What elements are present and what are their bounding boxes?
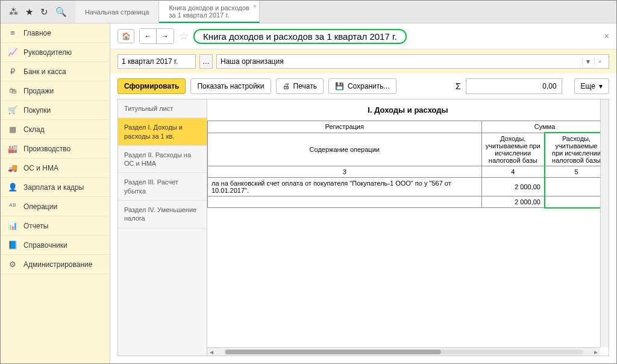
sidebar-item-label: Банк и касса xyxy=(23,67,66,76)
sidebar-item-label: Справочники xyxy=(23,241,67,249)
cart-icon: 🛒 xyxy=(8,105,17,115)
history-icon[interactable]: ↻ xyxy=(40,7,48,17)
table-row: ла на банковский счет оплата от покупате… xyxy=(208,178,609,196)
col-num-5: 5 xyxy=(545,166,608,178)
sidebar-item-label: ОС и НМА xyxy=(23,164,58,172)
cell-income: 2 000,00 xyxy=(481,178,545,196)
header-expense: Расходы, учитываемые при исчислении нало… xyxy=(545,133,608,166)
bars-icon: 📊 xyxy=(8,221,17,230)
scroll-thumb[interactable] xyxy=(225,350,441,354)
bag-icon: 🛍 xyxy=(8,86,17,95)
gear-icon: ⚙ xyxy=(8,260,17,269)
page-title: Книга доходов и расходов за 1 квартал 20… xyxy=(193,29,407,44)
dropdown-icon[interactable]: ▾ xyxy=(582,57,593,66)
section-income-expense[interactable]: Раздел I. Доходы и расходы за 1 кв. xyxy=(118,118,207,146)
sidebar-item-warehouse[interactable]: ▦Склад xyxy=(1,120,110,139)
cell-content: ла на банковский счет оплата от покупате… xyxy=(208,178,482,196)
open-icon[interactable]: ▫ xyxy=(594,57,605,66)
letters-icon: ᴬᴮ xyxy=(8,202,17,211)
sidebar-item-purchases[interactable]: 🛒Покупки xyxy=(1,101,110,120)
cell-total-income: 2 000,00 xyxy=(481,196,545,208)
sidebar-item-salary[interactable]: 👤Зарплата и кадры xyxy=(1,178,110,197)
printer-icon: 🖨 xyxy=(283,82,290,90)
section-title-page[interactable]: Титульный лист xyxy=(118,99,207,118)
floppy-icon: 💾 xyxy=(335,82,344,90)
sidebar-item-reports[interactable]: 📊Отчеты xyxy=(1,216,110,236)
factory-icon: 🏭 xyxy=(8,144,17,153)
header-registration: Регистрация xyxy=(208,121,482,133)
header-content: Содержание операции xyxy=(208,133,482,166)
sidebar-item-main[interactable]: ≡Главное xyxy=(1,24,110,43)
form-button[interactable]: Сформировать xyxy=(117,78,186,94)
sidebar-item-label: Операции xyxy=(23,202,57,211)
menu-icon: ≡ xyxy=(8,28,17,37)
section-loss-calc[interactable]: Раздел III. Расчет убытка xyxy=(118,173,207,201)
apps-icon[interactable]: ⁂ xyxy=(9,7,18,17)
grid-icon: ▦ xyxy=(8,125,17,134)
section-asset-expenses[interactable]: Раздел II. Расходы на ОС и НМА xyxy=(118,146,207,174)
report-table: Регистрация Сумма Содержание операции До… xyxy=(207,121,609,209)
close-page-button[interactable]: × xyxy=(604,31,609,41)
sidebar-item-label: Склад xyxy=(23,125,45,134)
favorite-star-icon[interactable]: ☆ xyxy=(179,30,189,43)
header-income: Доходы, учитываемые при исчислении налог… xyxy=(481,133,545,166)
sections-list: Титульный лист Раздел I. Доходы и расход… xyxy=(118,99,207,356)
sidebar-item-label: Главное xyxy=(23,29,51,37)
main-sidebar: ≡Главное 📈Руководителю ₽Банк и касса 🛍Пр… xyxy=(1,24,110,363)
book-icon: 📘 xyxy=(8,240,17,249)
sidebar-item-label: Продажи xyxy=(23,87,54,95)
print-button[interactable]: 🖨Печать xyxy=(276,78,324,94)
vertical-scrollbar[interactable] xyxy=(600,99,609,347)
sidebar-item-assets[interactable]: 🚚ОС и НМА xyxy=(1,158,110,178)
section-tax-reduction[interactable]: Раздел IV. Уменьшение налога xyxy=(118,201,207,228)
sidebar-item-admin[interactable]: ⚙Администрирование xyxy=(1,255,110,274)
home-button[interactable]: 🏠 xyxy=(117,29,134,43)
sidebar-item-label: Зарплата и кадры xyxy=(23,183,84,192)
save-button[interactable]: 💾Сохранить... xyxy=(328,78,396,94)
star-icon[interactable]: ★ xyxy=(25,7,33,17)
scroll-left-icon[interactable]: ◂ xyxy=(207,348,216,356)
tab-home[interactable]: Начальная страница xyxy=(75,1,159,23)
sum-field[interactable]: 0,00 xyxy=(466,78,562,94)
table-total-row: 2 000,00 xyxy=(208,196,609,208)
col-num-3: 3 xyxy=(208,166,482,178)
cell-total-expense xyxy=(545,196,608,208)
forward-button[interactable]: → xyxy=(157,29,174,43)
sidebar-item-label: Покупки xyxy=(23,106,51,115)
period-input[interactable]: 1 квартал 2017 г. xyxy=(117,54,196,69)
org-input[interactable]: Наша организация ▾ ▫ xyxy=(216,54,609,69)
period-picker-button[interactable]: … xyxy=(199,54,213,69)
show-settings-button[interactable]: Показать настройки xyxy=(190,78,271,94)
chevron-down-icon: ▾ xyxy=(599,82,603,90)
scroll-right-icon[interactable]: ▸ xyxy=(592,348,600,356)
sidebar-item-bank[interactable]: ₽Банк и касса xyxy=(1,62,110,81)
tab-label-line2: за 1 квартал 2017 г. xyxy=(169,11,249,19)
tab-report[interactable]: Книга доходов и расходов за 1 квартал 20… xyxy=(159,1,259,23)
sidebar-item-sales[interactable]: 🛍Продажи xyxy=(1,81,110,101)
sidebar-item-operations[interactable]: ᴬᴮОперации xyxy=(1,197,110,216)
chart-icon: 📈 xyxy=(8,48,17,57)
tab-label-line1: Книга доходов и расходов xyxy=(169,4,249,11)
person-icon: 👤 xyxy=(8,183,17,192)
cell-expense xyxy=(545,178,608,196)
header-sum: Сумма xyxy=(481,121,608,133)
horizontal-scrollbar[interactable]: ◂ ▸ xyxy=(207,347,600,356)
report-body: I. Доходы и расходы Регистрация Сумма Со… xyxy=(207,99,609,356)
col-num-4: 4 xyxy=(481,166,545,178)
sidebar-item-production[interactable]: 🏭Производство xyxy=(1,139,110,158)
truck-icon: 🚚 xyxy=(8,163,17,172)
sigma-icon: Σ xyxy=(456,81,461,91)
sidebar-item-label: Администрирование xyxy=(23,260,92,269)
sidebar-item-directories[interactable]: 📘Справочники xyxy=(1,236,110,255)
cell-total-label xyxy=(208,196,482,208)
sidebar-item-label: Производство xyxy=(23,145,70,153)
more-button[interactable]: Еще▾ xyxy=(574,78,609,94)
sidebar-item-label: Руководителю xyxy=(23,48,72,57)
sidebar-item-manager[interactable]: 📈Руководителю xyxy=(1,43,110,62)
report-section-title: I. Доходы и расходы xyxy=(207,99,609,121)
ruble-icon: ₽ xyxy=(8,67,17,76)
tab-close-icon[interactable]: × xyxy=(253,3,257,10)
back-button[interactable]: ← xyxy=(140,29,157,43)
search-icon[interactable]: 🔍 xyxy=(55,7,67,17)
tab-label: Начальная страница xyxy=(85,8,149,16)
